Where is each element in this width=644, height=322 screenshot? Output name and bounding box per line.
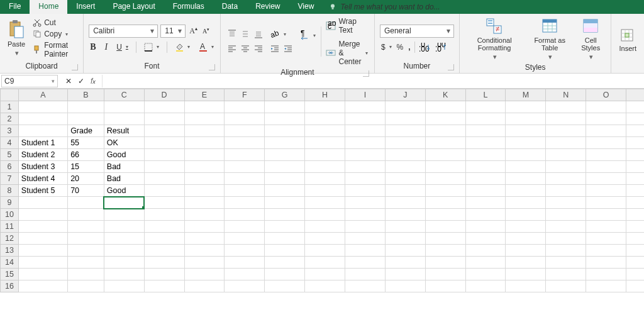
cell[interactable]: [225, 137, 265, 149]
cell[interactable]: [18, 257, 67, 269]
cell[interactable]: [225, 221, 265, 233]
align-right-button[interactable]: [252, 43, 265, 55]
bold-button[interactable]: B: [89, 42, 97, 53]
row-header[interactable]: 9: [1, 197, 19, 209]
cell[interactable]: [506, 137, 546, 149]
cell[interactable]: [586, 233, 626, 245]
cell[interactable]: [18, 233, 67, 245]
orientation-button[interactable]: ab▾: [269, 28, 287, 40]
row-header[interactable]: 8: [1, 185, 19, 197]
cell[interactable]: [225, 149, 265, 161]
cell[interactable]: Good: [104, 149, 144, 161]
currency-button[interactable]: $▾: [380, 42, 393, 52]
cell[interactable]: [18, 125, 67, 137]
launcher-icon[interactable]: [209, 64, 215, 70]
cell[interactable]: [345, 245, 385, 257]
cell[interactable]: [184, 113, 225, 125]
cut-button[interactable]: Cut: [31, 18, 78, 28]
cell[interactable]: [506, 269, 546, 280]
cell[interactable]: [465, 221, 506, 233]
cell[interactable]: [425, 185, 465, 197]
cell[interactable]: [385, 125, 425, 137]
cell[interactable]: [546, 173, 586, 185]
cell[interactable]: [104, 197, 144, 209]
column-header[interactable]: B: [68, 89, 104, 101]
cell[interactable]: [425, 113, 465, 125]
tab-data[interactable]: Data: [213, 0, 247, 14]
cell[interactable]: [506, 257, 546, 269]
cell[interactable]: [265, 161, 305, 173]
cell[interactable]: [305, 209, 345, 221]
cell[interactable]: [626, 149, 644, 161]
cell[interactable]: [546, 149, 586, 161]
cell[interactable]: [586, 113, 626, 125]
cancel-formula-icon[interactable]: ✕: [65, 77, 72, 86]
cell[interactable]: [144, 233, 184, 245]
cell[interactable]: [385, 233, 425, 245]
cell[interactable]: [586, 209, 626, 221]
formula-input[interactable]: [102, 75, 644, 87]
cell[interactable]: [144, 149, 184, 161]
cell[interactable]: [345, 161, 385, 173]
increase-indent-button[interactable]: [282, 43, 294, 55]
cell[interactable]: [265, 173, 305, 185]
cell[interactable]: [586, 245, 626, 257]
insert-cells-button[interactable]: Insert: [616, 25, 639, 53]
cell[interactable]: [626, 125, 644, 137]
cell[interactable]: [586, 101, 626, 113]
cell[interactable]: [225, 209, 265, 221]
cell[interactable]: [18, 209, 67, 221]
cell[interactable]: [104, 280, 144, 292]
cell[interactable]: [184, 209, 225, 221]
cell[interactable]: [546, 280, 586, 292]
row-header[interactable]: 2: [1, 113, 19, 125]
cell[interactable]: [546, 197, 586, 209]
cell[interactable]: [506, 173, 546, 185]
copy-button[interactable]: Copy▾: [31, 29, 78, 39]
cell[interactable]: [626, 101, 644, 113]
column-header[interactable]: J: [385, 89, 425, 101]
cell[interactable]: [265, 137, 305, 149]
align-left-button[interactable]: [226, 43, 238, 55]
font-color-button[interactable]: A▾: [197, 42, 215, 52]
cell[interactable]: [18, 101, 67, 113]
cell[interactable]: [184, 149, 225, 161]
cell[interactable]: [385, 197, 425, 209]
column-header[interactable]: H: [305, 89, 345, 101]
cell[interactable]: [305, 221, 345, 233]
cell[interactable]: [465, 173, 506, 185]
cell[interactable]: [586, 280, 626, 292]
cell[interactable]: [305, 125, 345, 137]
increase-decimal-button[interactable]: .0.00: [418, 42, 431, 52]
cell[interactable]: [265, 233, 305, 245]
cell[interactable]: [626, 245, 644, 257]
cell[interactable]: [265, 101, 305, 113]
increase-font-button[interactable]: A▴: [188, 25, 199, 36]
row-header[interactable]: 3: [1, 125, 19, 137]
cell[interactable]: [626, 257, 644, 269]
align-center-button[interactable]: [239, 43, 252, 55]
row-header[interactable]: 13: [1, 245, 19, 257]
conditional-formatting-button[interactable]: ≠Conditional Formatting▾: [465, 16, 524, 62]
cell[interactable]: [385, 101, 425, 113]
cell[interactable]: [104, 245, 144, 257]
cell[interactable]: [345, 149, 385, 161]
cell[interactable]: [626, 185, 644, 197]
cell[interactable]: [144, 280, 184, 292]
cell[interactable]: [144, 161, 184, 173]
cell[interactable]: [184, 269, 225, 280]
cell[interactable]: [586, 185, 626, 197]
cell[interactable]: [265, 113, 305, 125]
cell[interactable]: [225, 173, 265, 185]
cell[interactable]: [345, 173, 385, 185]
cell[interactable]: OK: [104, 137, 144, 149]
cell[interactable]: [225, 245, 265, 257]
cell[interactable]: [546, 101, 586, 113]
number-format-select[interactable]: General▾: [380, 25, 454, 38]
cell[interactable]: [265, 125, 305, 137]
cell[interactable]: [465, 197, 506, 209]
cell[interactable]: [465, 185, 506, 197]
cell[interactable]: [225, 113, 265, 125]
cell[interactable]: [68, 197, 104, 209]
cell[interactable]: [506, 125, 546, 137]
